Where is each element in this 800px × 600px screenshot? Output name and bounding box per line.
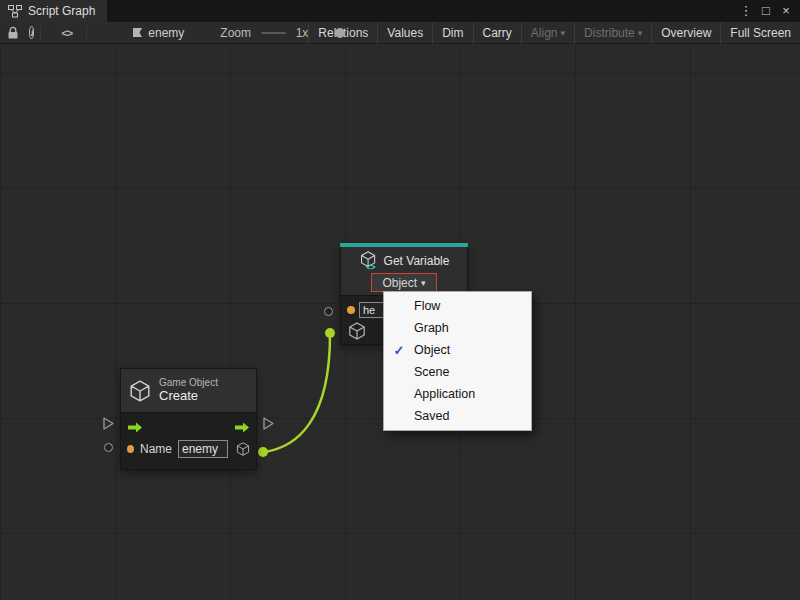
graph-toolbar: i <> enemy Zoom 1x Relations Values Dim …: [0, 22, 800, 44]
zoom-label: Zoom: [220, 26, 251, 40]
script-graph-window: Script Graph ⋮ □ × i <> enemy Zoom: [0, 0, 800, 600]
full-screen-button[interactable]: Full Screen: [720, 22, 800, 44]
graph-name-chip[interactable]: enemy: [133, 26, 184, 40]
info-icon[interactable]: i: [29, 26, 34, 39]
wire-start-dot[interactable]: [258, 447, 268, 457]
chevron-down-icon: ▾: [561, 28, 566, 38]
string-port-dot[interactable]: [127, 445, 134, 453]
window-controls: ⋮ □ ×: [738, 0, 800, 22]
graph-canvas[interactable]: <> Get Variable Object ▾: [0, 44, 800, 600]
create-body: Name: [120, 412, 257, 470]
name-input-port[interactable]: [324, 307, 333, 316]
gameobject-cube-icon: [129, 380, 151, 402]
string-port-dot[interactable]: [347, 306, 355, 314]
gameobject-output-cube-icon[interactable]: [236, 441, 250, 457]
check-icon: ✓: [384, 343, 414, 358]
port-label: Name: [140, 442, 172, 456]
zoom-slider[interactable]: [261, 32, 286, 34]
carry-button[interactable]: Carry: [473, 22, 521, 44]
menu-item-application[interactable]: Application: [384, 383, 531, 405]
node-title: Get Variable: [384, 254, 450, 268]
tab-script-graph[interactable]: Script Graph: [0, 0, 107, 22]
graph-name-label: enemy: [148, 26, 184, 40]
toolbar-separator: [86, 25, 87, 41]
svg-text:<>: <>: [366, 263, 376, 271]
chevron-down-icon: ▾: [421, 278, 426, 288]
flow-output-port[interactable]: [263, 417, 274, 430]
window-maximize-button[interactable]: □: [758, 0, 774, 22]
variable-flag-icon: [133, 28, 143, 37]
toolbar-separator: [40, 25, 41, 41]
variable-cube-icon: <>: [359, 251, 379, 271]
overview-button[interactable]: Overview: [651, 22, 720, 44]
menu-item-saved[interactable]: Saved: [384, 405, 531, 427]
create-header: Game Object Create: [120, 368, 257, 412]
code-icon[interactable]: <>: [61, 27, 72, 39]
zoom-slider-knob[interactable]: [335, 28, 345, 38]
window-close-button[interactable]: ×: [778, 0, 794, 22]
menu-item-graph[interactable]: Graph: [384, 317, 531, 339]
menu-item-scene[interactable]: Scene: [384, 361, 531, 383]
flow-in-arrow-icon[interactable]: [127, 422, 143, 433]
variable-scope-menu: Flow Graph ✓ Object Scene Application Sa…: [383, 291, 532, 431]
graph-icon: [8, 5, 22, 18]
distribute-button[interactable]: Distribute▾: [574, 22, 651, 44]
variable-scope-dropdown[interactable]: Object ▾: [371, 273, 437, 292]
zoom-value: 1x: [296, 26, 309, 40]
values-button[interactable]: Values: [377, 22, 432, 44]
node-title: Create: [159, 389, 218, 404]
flow-out-arrow-icon[interactable]: [234, 422, 250, 433]
lock-icon[interactable]: [7, 26, 19, 40]
dim-button[interactable]: Dim: [432, 22, 472, 44]
chevron-down-icon: ▾: [638, 28, 643, 38]
titlebar: Script Graph ⋮ □ ×: [0, 0, 800, 22]
menu-item-object[interactable]: ✓ Object: [384, 339, 531, 361]
align-button[interactable]: Align▾: [521, 22, 574, 44]
name-value-input[interactable]: [178, 440, 228, 458]
get-variable-header: <> Get Variable Object ▾: [340, 247, 468, 295]
tab-label: Script Graph: [28, 4, 95, 18]
wire-end-dot[interactable]: [325, 328, 335, 338]
gameobject-port-cube-icon[interactable]: [348, 322, 366, 340]
window-menu-button[interactable]: ⋮: [738, 0, 754, 22]
node-create[interactable]: Game Object Create Name: [120, 368, 257, 470]
menu-item-flow[interactable]: Flow: [384, 295, 531, 317]
connection-wire[interactable]: [263, 335, 330, 452]
value-input-port[interactable]: [104, 443, 113, 452]
flow-input-port[interactable]: [103, 417, 114, 430]
